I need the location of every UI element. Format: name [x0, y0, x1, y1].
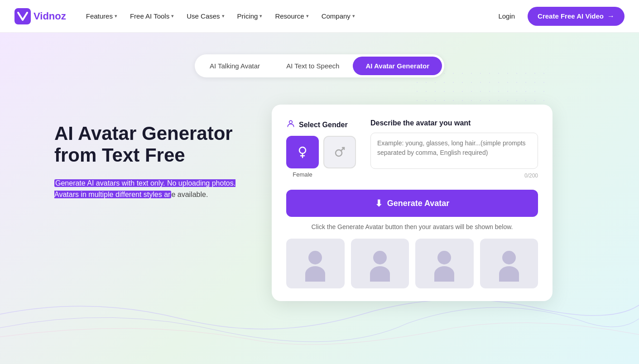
avatar-head — [308, 251, 322, 264]
female-symbol-icon — [295, 145, 310, 159]
gender-options: Female — [286, 136, 356, 178]
chevron-down-icon: ▾ — [306, 13, 309, 19]
tab-text-to-speech[interactable]: AI Text to Speech — [274, 57, 352, 75]
avatar-head — [373, 251, 387, 264]
hero-title: AI Avatar Generator from Text Free — [54, 123, 245, 167]
tab-avatar-generator[interactable]: AI Avatar Generator — [353, 57, 442, 75]
male-symbol-icon — [332, 145, 347, 159]
create-free-video-button[interactable]: Create Free AI Video → — [528, 7, 625, 26]
gender-label-row: Select Gender — [286, 119, 356, 130]
person-icon — [286, 119, 295, 130]
avatar-body — [434, 266, 454, 282]
chevron-down-icon: ▾ — [259, 13, 262, 19]
avatar-body — [305, 266, 325, 282]
avatar-body — [499, 266, 519, 282]
nav-use-cases[interactable]: Use Cases ▾ — [181, 9, 230, 24]
hero-section: AI Talking Avatar AI Text to Speech AI A… — [0, 33, 639, 364]
hero-content: AI Avatar Generator from Text Free Gener… — [0, 77, 639, 319]
avatar-preview-1 — [286, 239, 345, 288]
avatar-generator-card: Select Gender — [272, 105, 553, 301]
hero-right-panel: Select Gender — [272, 105, 585, 301]
nav-features[interactable]: Features ▾ — [81, 9, 123, 24]
chevron-down-icon: ▾ — [222, 13, 225, 19]
svg-point-1 — [289, 120, 293, 124]
hero-description: Generate AI avatars with text only. No u… — [54, 177, 245, 201]
describe-textarea[interactable] — [370, 133, 538, 169]
describe-section: Describe the avatar you want 0/200 — [370, 119, 538, 179]
hero-left-panel: AI Avatar Generator from Text Free Gener… — [54, 105, 245, 201]
logo-icon — [14, 8, 31, 24]
avatar-head — [502, 251, 516, 264]
gender-section: Select Gender — [286, 119, 356, 179]
avatar-placeholder-icon — [495, 245, 523, 282]
hero-desc-highlight: Generate AI avatars with text only. No u… — [54, 179, 235, 199]
char-count: 0/200 — [370, 172, 538, 179]
avatar-previews — [286, 239, 538, 288]
chevron-down-icon: ▾ — [352, 13, 355, 19]
gender-female-option: Female — [286, 136, 319, 178]
avatar-placeholder-icon — [366, 245, 394, 282]
arrow-right-icon: → — [607, 12, 615, 20]
card-top-row: Select Gender — [286, 119, 538, 179]
nav-resource[interactable]: Resource ▾ — [269, 9, 314, 24]
avatar-head — [437, 251, 451, 264]
avatar-preview-4 — [480, 239, 538, 288]
logo-text: Vidnoz — [34, 10, 66, 22]
nav-company[interactable]: Company ▾ — [316, 9, 360, 24]
logo[interactable]: Vidnoz — [14, 8, 66, 24]
avatar-preview-2 — [351, 239, 409, 288]
svg-point-2 — [299, 147, 306, 153]
describe-label: Describe the avatar you want — [370, 119, 538, 127]
tab-pill: AI Talking Avatar AI Text to Speech AI A… — [195, 54, 444, 77]
card-hint: Click the Generate Avatar button then yo… — [286, 223, 538, 230]
chevron-down-icon: ▾ — [171, 13, 174, 19]
male-gender-button[interactable] — [323, 136, 356, 168]
avatar-preview-3 — [415, 239, 474, 288]
login-button[interactable]: Login — [493, 9, 520, 24]
nav-free-ai-tools[interactable]: Free AI Tools ▾ — [125, 9, 179, 24]
avatar-body — [370, 266, 390, 282]
nav-actions: Login Create Free AI Video → — [493, 7, 625, 26]
gender-male-option — [323, 136, 356, 178]
tabs-container: AI Talking Avatar AI Text to Speech AI A… — [0, 33, 639, 77]
avatar-placeholder-icon — [431, 245, 458, 282]
navbar: Vidnoz Features ▾ Free AI Tools ▾ Use Ca… — [0, 0, 639, 33]
tab-talking-avatar[interactable]: AI Talking Avatar — [197, 57, 273, 75]
svg-rect-0 — [14, 8, 31, 24]
generate-avatar-button[interactable]: ⬇ Generate Avatar — [286, 190, 538, 217]
avatar-placeholder-icon — [302, 245, 329, 282]
female-gender-button[interactable] — [286, 136, 319, 168]
nav-pricing[interactable]: Pricing ▾ — [232, 9, 268, 24]
download-icon: ⬇ — [375, 198, 383, 209]
chevron-down-icon: ▾ — [115, 13, 117, 19]
nav-links: Features ▾ Free AI Tools ▾ Use Cases ▾ P… — [81, 9, 493, 24]
female-label: Female — [286, 171, 319, 178]
